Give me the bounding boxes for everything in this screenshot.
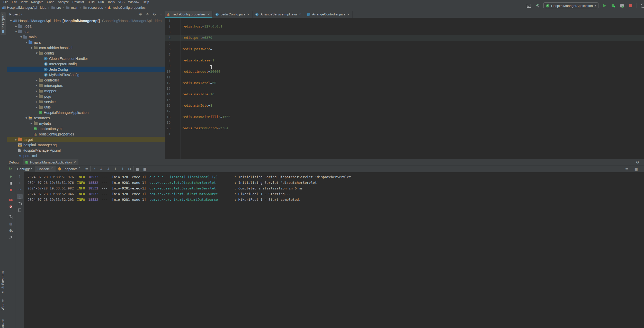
tree-item-main[interactable]: main [7, 34, 165, 40]
tree-item-java[interactable]: java [7, 40, 165, 45]
chevron-collapsed-icon[interactable] [34, 101, 39, 103]
breadcrumb-src[interactable]: src [51, 6, 61, 10]
tree-item-hospital-manager-sql[interactable]: hospital_manager.sql [7, 142, 165, 148]
step-into-icon[interactable] [98, 167, 105, 171]
tab-console[interactable]: Console [35, 166, 56, 172]
evaluate-expression-icon[interactable] [133, 167, 141, 171]
console-output[interactable]: 2024-07-28 19:33:51.976INFO18532---[nio-… [24, 172, 644, 328]
thread-dump-button[interactable] [8, 215, 14, 219]
code-line[interactable] [182, 18, 644, 24]
chevron-collapsed-icon[interactable] [34, 84, 39, 87]
code-line[interactable] [182, 86, 644, 92]
step-out-icon[interactable] [112, 167, 119, 171]
show-execution-point-icon[interactable] [83, 167, 90, 171]
tree-item-interceptor-config[interactable]: InterceptorConfig [7, 61, 165, 67]
menu-edit[interactable]: Edit [10, 0, 19, 4]
menu-file[interactable]: File [2, 0, 10, 4]
restore-windows-button[interactable] [526, 3, 532, 8]
editor-body[interactable]: 1 2 3 4 5 6 7 8 9 10 11 12 13 14 15 16 1… [165, 18, 644, 159]
code-line[interactable]: redis.password= [182, 46, 644, 52]
breadcrumb-resources[interactable]: resources [83, 6, 103, 10]
stop-button[interactable] [8, 188, 14, 192]
pin-button[interactable] [8, 235, 14, 239]
tree-item-idea-folder[interactable]: .idea [7, 23, 165, 29]
menu-navigate[interactable]: Navigate [29, 0, 45, 4]
menu-code[interactable]: Code [45, 0, 56, 4]
chevron-collapsed-icon[interactable] [29, 122, 34, 125]
menu-analyze[interactable]: Analyze [56, 0, 71, 4]
stripe-tab-structure[interactable]: Structure [1, 319, 5, 328]
tree-item-package-root[interactable]: com.rabbiter.hospital [7, 45, 165, 50]
up-stack-button[interactable] [17, 174, 23, 179]
chevron-collapsed-icon[interactable] [14, 138, 18, 141]
chevron-collapsed-icon[interactable] [34, 106, 39, 108]
breadcrumb-file[interactable]: redisConfig.properties [108, 6, 146, 10]
tab-jedis-config-java[interactable]: JedisConfig.java [213, 11, 252, 18]
close-icon[interactable] [347, 13, 350, 16]
code-line[interactable] [182, 75, 644, 80]
menu-view[interactable]: View [19, 0, 29, 4]
code-line[interactable]: redis.testOnBorrow=true [182, 125, 644, 131]
chevron-expanded-icon[interactable] [19, 36, 23, 38]
layout-button[interactable] [8, 222, 14, 226]
view-breakpoints-button[interactable] [8, 198, 14, 202]
search-everywhere-button[interactable] [640, 3, 644, 8]
mute-breakpoints-button[interactable] [8, 205, 14, 209]
stop-button[interactable] [628, 3, 633, 8]
chevron-expanded-icon[interactable] [34, 52, 39, 54]
tab-arrange-service-impl-java[interactable]: ArrangeServiceImpl.java [253, 11, 304, 18]
code-line[interactable] [182, 131, 644, 137]
settings-button[interactable] [8, 228, 14, 233]
tree-item-application-yml[interactable]: application.yml [7, 126, 165, 131]
code-line[interactable] [182, 29, 644, 35]
gear-icon[interactable] [153, 12, 156, 16]
menu-vcs[interactable]: VCS [117, 0, 127, 4]
chevron-collapsed-icon[interactable] [34, 79, 39, 81]
soft-wrap-button[interactable] [17, 188, 23, 192]
tree-item-src[interactable]: src [7, 29, 165, 34]
tab-redis-config-properties[interactable]: redisConfig.properties [165, 11, 213, 18]
run-configuration-select[interactable]: HospitalManagerApplication [543, 2, 598, 9]
code-line[interactable]: redis.maxIdle=10 [182, 92, 644, 97]
debug-button[interactable] [610, 3, 616, 8]
tree-item-pojo[interactable]: pojo [7, 94, 165, 99]
stripe-tab-web[interactable]: Web [1, 299, 5, 310]
code-line[interactable] [182, 108, 644, 114]
menu-build[interactable]: Build [86, 0, 96, 4]
build-button[interactable] [535, 3, 540, 8]
tab-debugger[interactable]: Debugger [14, 166, 35, 172]
code-line[interactable]: redis.port=6379 [182, 35, 644, 41]
run-to-cursor-icon[interactable] [126, 167, 133, 171]
code-line[interactable]: redis.timeout=30000 [182, 69, 644, 75]
tab-arrange-controller-java[interactable]: ArrangeController.java [304, 11, 352, 18]
stripe-tab-favorites[interactable]: 2: Favorites [1, 271, 5, 294]
code-line[interactable]: redis.minIdle=8 [182, 103, 644, 108]
tree-item-config[interactable]: config [7, 50, 165, 56]
close-icon[interactable] [247, 13, 250, 16]
tree-item-mybatis-plus-config[interactable]: MyBatisPlusConfig [7, 72, 165, 77]
tree-item-service[interactable]: service [7, 99, 165, 104]
code-line[interactable]: redis.database=1 [182, 58, 644, 63]
collapse-all-icon[interactable] [623, 167, 630, 171]
run-button[interactable] [602, 3, 607, 8]
tree-item-controller[interactable]: controller [7, 77, 165, 83]
rerun-icon[interactable] [7, 167, 14, 171]
scroll-to-end-button[interactable] [17, 194, 23, 199]
down-stack-button[interactable] [17, 181, 23, 185]
clear-all-button[interactable] [17, 208, 23, 212]
tree-item-resources[interactable]: resources [7, 115, 165, 121]
breadcrumb-main[interactable]: main [66, 6, 78, 10]
code-line[interactable]: redis.maxTotal=60 [182, 80, 644, 86]
chevron-expanded-icon[interactable] [24, 117, 29, 119]
tree-item-application-class[interactable]: HospitalManagerApplication [7, 110, 165, 115]
tree-item-utils[interactable]: utils [7, 104, 165, 110]
restore-layout-icon[interactable] [632, 167, 640, 171]
tree-item-mapper[interactable]: mapper [7, 88, 165, 94]
collapse-all-icon[interactable] [146, 12, 149, 16]
tree-item-target[interactable]: target [7, 137, 165, 142]
project-panel-title[interactable]: Project [9, 12, 20, 16]
chevron-down-icon[interactable] [21, 13, 22, 16]
code-line[interactable] [182, 97, 644, 103]
chevron-collapsed-icon[interactable] [34, 90, 39, 92]
tree-item-mybatis[interactable]: mybatis [7, 121, 165, 126]
